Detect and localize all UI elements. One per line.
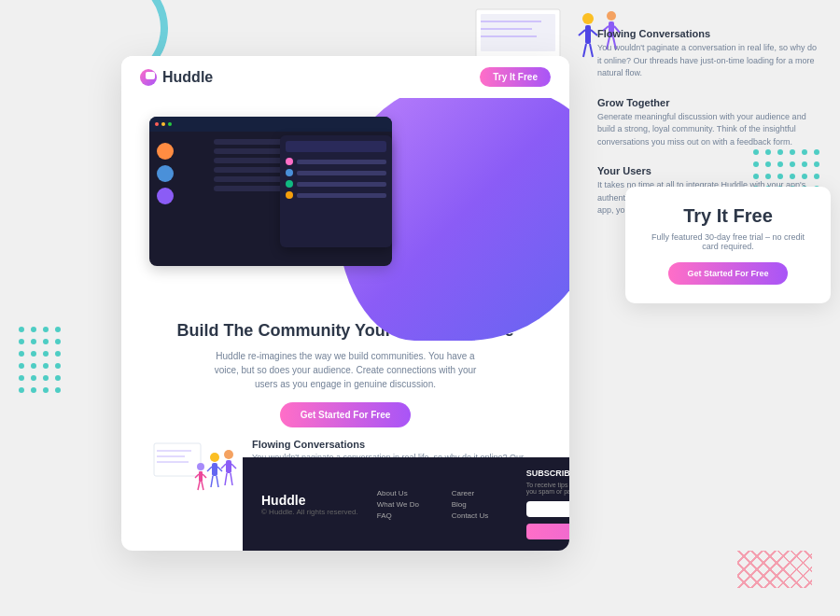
- svg-point-33: [197, 463, 204, 470]
- footer-links-2: Career Blog Contact Us: [452, 489, 508, 520]
- svg-rect-17: [154, 443, 201, 476]
- svg-line-30: [231, 464, 236, 469]
- svg-point-27: [224, 450, 233, 459]
- header-try-button[interactable]: Try It Free: [480, 67, 551, 87]
- browser-dot-green: [168, 122, 172, 126]
- rf-title-2: Grow Together: [597, 97, 821, 108]
- logo-icon: [140, 69, 157, 86]
- subscribe-email-input[interactable]: [526, 501, 569, 517]
- zigzag-decoration: [737, 551, 812, 588]
- svg-line-25: [211, 476, 213, 487]
- chat-line-3: [297, 182, 386, 187]
- footer-subscribe: SUBSCRIBE To receive tips on how to grow…: [526, 469, 569, 539]
- card-header: Huddle Try It Free: [121, 56, 569, 98]
- chat-line-2: [297, 171, 386, 175]
- color-circle-purple: [157, 188, 174, 204]
- footer-copyright: © Huddle. All rights reserved.: [261, 508, 358, 516]
- rf-text-1: You wouldn't paginate a conversation in …: [597, 42, 821, 80]
- try-free-panel: Try It Free Fully featured 30-day free t…: [625, 187, 831, 303]
- try-free-title: Try It Free: [644, 205, 812, 227]
- svg-line-29: [221, 464, 226, 469]
- rf-title-3: Your Users: [597, 165, 821, 176]
- svg-line-32: [231, 473, 232, 485]
- svg-rect-6: [585, 25, 591, 44]
- main-cta-button[interactable]: Get Started For Free: [280, 402, 412, 427]
- chat-header-bar: [286, 141, 386, 152]
- chat-avatar-4: [286, 191, 293, 199]
- svg-line-10: [590, 44, 593, 57]
- color-circle-blue: [157, 165, 174, 182]
- svg-rect-34: [199, 471, 203, 482]
- footer-link-faq[interactable]: FAQ: [377, 511, 433, 520]
- svg-line-8: [591, 30, 597, 35]
- chat-line-4: [297, 193, 386, 198]
- svg-rect-22: [212, 463, 217, 476]
- svg-line-9: [583, 44, 586, 57]
- footer-link-blog[interactable]: Blog: [452, 500, 508, 509]
- chat-item-4: [286, 191, 386, 199]
- hero-illustration: [140, 107, 439, 294]
- chat-avatar-1: [286, 158, 293, 165]
- svg-rect-28: [226, 460, 231, 473]
- main-card: Huddle Try It Free: [121, 56, 569, 551]
- footer-logo: Huddle: [261, 493, 358, 508]
- svg-rect-1: [481, 14, 555, 51]
- footer-link-about[interactable]: About Us: [377, 489, 433, 497]
- svg-line-26: [217, 476, 218, 487]
- svg-line-23: [207, 467, 212, 471]
- right-feature-2: Grow Together Generate meaningful discus…: [597, 97, 821, 149]
- main-subtext: Huddle re-imagines the way we build comm…: [205, 349, 485, 391]
- hero-section: [121, 98, 569, 303]
- footer-link-contact[interactable]: Contact Us: [452, 511, 508, 520]
- chat-item-3: [286, 180, 386, 188]
- dots-decoration-left: const dotsLeft = document.querySelector(…: [19, 327, 63, 395]
- svg-line-36: [203, 474, 206, 478]
- subscribe-text: To receive tips on how to grow your comm…: [526, 482, 569, 495]
- subscribe-title: SUBSCRIBE: [526, 469, 569, 478]
- svg-point-11: [607, 11, 616, 21]
- features-illustration: [149, 439, 243, 504]
- try-free-subtitle: Fully featured 30-day free trial – no cr…: [644, 232, 812, 251]
- feature-title-1: Flowing Conversations: [252, 439, 541, 450]
- browser-sidebar: [157, 139, 208, 259]
- footer-links-1: About Us What We Do FAQ: [377, 489, 433, 520]
- footer-link-what[interactable]: What We Do: [377, 500, 433, 509]
- color-circle-orange: [157, 143, 174, 160]
- footer-link-career[interactable]: Career: [452, 489, 508, 497]
- browser-dot-yellow: [161, 122, 165, 126]
- svg-point-5: [582, 13, 594, 24]
- svg-line-37: [198, 482, 200, 490]
- right-feature-1: Flowing Conversations You wouldn't pagin…: [597, 28, 821, 80]
- browser-dot-red: [155, 122, 159, 126]
- brand-name: Huddle: [162, 69, 213, 86]
- chat-panel: [280, 135, 392, 247]
- subscribe-button[interactable]: Subscribe: [526, 524, 569, 539]
- footer-brand: Huddle © Huddle. All rights reserved.: [261, 493, 358, 516]
- try-free-button[interactable]: Get Started For Free: [668, 262, 787, 285]
- svg-line-7: [579, 30, 585, 35]
- chat-avatar-2: [286, 169, 293, 176]
- chat-item-1: [286, 158, 386, 165]
- rf-text-2: Generate meaningful discussion with your…: [597, 111, 821, 149]
- svg-line-38: [202, 482, 203, 490]
- chat-item-2: [286, 169, 386, 176]
- logo-area: Huddle: [140, 69, 213, 86]
- chat-avatar-3: [286, 180, 293, 188]
- rf-title-1: Flowing Conversations: [597, 28, 821, 39]
- chat-line-1: [297, 160, 386, 164]
- svg-line-31: [225, 473, 227, 485]
- browser-bar: [149, 117, 392, 132]
- footer-panel: Huddle © Huddle. All rights reserved. Ab…: [243, 457, 569, 551]
- svg-point-21: [210, 453, 219, 462]
